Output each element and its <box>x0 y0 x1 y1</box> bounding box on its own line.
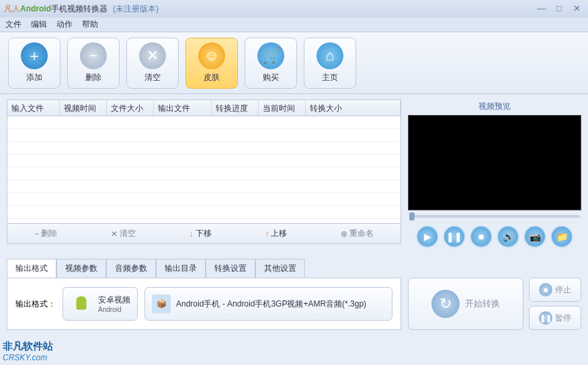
tab-other-settings[interactable]: 其他设置 <box>255 259 305 278</box>
table-row <box>7 206 401 218</box>
title-rest: 手机视频转换器 <box>51 3 108 15</box>
video-preview[interactable] <box>408 115 581 210</box>
col-file-size[interactable]: 文件大小 <box>107 100 154 116</box>
open-button[interactable]: 📁 <box>550 225 573 248</box>
col-input-file[interactable]: 输入文件 <box>7 100 60 116</box>
list-down-button[interactable]: ↓下移 <box>190 228 212 239</box>
pause-button[interactable]: ❚❚ <box>443 225 466 248</box>
toolbar: ＋添加 −删除 ✕清空 ☺皮肤 🛒购买 ⌂主页 <box>0 32 588 94</box>
seek-slider[interactable] <box>408 210 581 222</box>
pause-convert-button[interactable]: ❚❚暂停 <box>529 306 581 330</box>
slider-thumb[interactable] <box>409 212 415 220</box>
tab-output-format[interactable]: 输出格式 <box>7 259 56 278</box>
list-up-button[interactable]: ↑上移 <box>265 228 287 239</box>
play-button[interactable]: ▶ <box>416 225 439 248</box>
plus-icon: ＋ <box>21 42 48 69</box>
col-progress[interactable]: 转换进度 <box>212 100 259 116</box>
pause-icon: ❚❚ <box>539 311 552 325</box>
list-delete-button[interactable]: −删除 <box>34 228 57 239</box>
table-row <box>7 116 401 129</box>
tab-video-params[interactable]: 视频参数 <box>56 259 106 278</box>
col-current-time[interactable]: 当前时间 <box>259 100 306 116</box>
table-row <box>7 180 401 193</box>
add-button[interactable]: ＋添加 <box>8 38 60 89</box>
title-brand: 凡人 <box>4 3 20 15</box>
table-row <box>7 193 401 206</box>
buy-button[interactable]: 🛒购买 <box>245 38 297 89</box>
menubar: 文件 编辑 动作 帮助 <box>0 17 588 32</box>
cart-icon: 🛒 <box>257 42 284 69</box>
pause-icon: ❚❚ <box>446 231 462 242</box>
skin-button[interactable]: ☺皮肤 <box>185 38 238 89</box>
tab-convert-settings[interactable]: 转换设置 <box>206 259 255 278</box>
stop-icon: ■ <box>539 283 552 296</box>
delete-button[interactable]: −删除 <box>67 38 120 89</box>
table-body[interactable] <box>7 116 401 223</box>
close-button[interactable]: ✕ <box>569 3 584 13</box>
rename-icon: ⊕ <box>341 229 347 239</box>
android-icon <box>70 292 93 315</box>
file-table: 输入文件 视频时间 文件大小 输出文件 转换进度 当前时间 转换大小 <box>7 99 401 224</box>
col-video-time[interactable]: 视频时间 <box>60 100 107 116</box>
list-clear-button[interactable]: ✕清空 <box>111 228 136 239</box>
menu-action[interactable]: 动作 <box>56 19 73 30</box>
volume-button[interactable]: 🔊 <box>497 225 519 248</box>
table-header: 输入文件 视频时间 文件大小 输出文件 转换进度 当前时间 转换大小 <box>7 100 401 116</box>
clear-button[interactable]: ✕清空 <box>126 38 179 89</box>
menu-help[interactable]: 帮助 <box>82 19 98 30</box>
minus-icon: − <box>34 229 39 239</box>
title-android: Android <box>20 4 51 13</box>
play-icon: ▶ <box>424 231 431 242</box>
maximize-button[interactable]: □ <box>552 3 566 13</box>
title-registration: (未注册版本) <box>113 3 159 15</box>
smile-icon: ☺ <box>198 42 225 69</box>
format-select[interactable]: 📦 Android手机 - Android手机3GP视频+AMR音频(*.3gp… <box>144 287 392 321</box>
table-row <box>7 142 401 155</box>
list-rename-button[interactable]: ⊕重命名 <box>341 228 374 239</box>
minus-icon: − <box>80 42 107 69</box>
box-icon: 📦 <box>152 294 171 313</box>
platform-select[interactable]: 安卓视频Android <box>62 287 138 321</box>
down-arrow-icon: ↓ <box>190 229 194 239</box>
folder-icon: 📁 <box>556 231 568 242</box>
minimize-button[interactable]: — <box>534 3 549 13</box>
output-format-label: 输出格式： <box>15 298 56 310</box>
table-row <box>7 167 401 180</box>
col-output-file[interactable]: 输出文件 <box>154 100 212 116</box>
stop-icon: ■ <box>478 231 484 242</box>
x-icon: ✕ <box>111 229 118 239</box>
up-arrow-icon: ↑ <box>265 229 269 239</box>
watermark: 非凡软件站 CRSKY.com <box>3 340 53 362</box>
list-actions: −删除 ✕清空 ↓下移 ↑上移 ⊕重命名 <box>7 224 401 244</box>
titlebar: 凡人Android手机视频转换器 (未注册版本) — □ ✕ <box>0 0 588 17</box>
refresh-icon: ↻ <box>431 290 460 318</box>
table-row <box>7 129 401 142</box>
table-row <box>7 155 401 167</box>
snapshot-button[interactable]: 📷 <box>523 225 546 248</box>
menu-file[interactable]: 文件 <box>5 19 22 30</box>
playback-controls: ▶ ❚❚ ■ 🔊 📷 📁 <box>408 222 581 251</box>
home-icon: ⌂ <box>317 42 343 69</box>
preview-title: 视频预览 <box>408 99 581 115</box>
start-convert-button[interactable]: ↻ 开始转换 <box>408 278 523 330</box>
camera-icon: 📷 <box>530 231 541 242</box>
speaker-icon: 🔊 <box>503 231 514 242</box>
tab-output-dir[interactable]: 输出目录 <box>156 259 206 278</box>
stop-convert-button[interactable]: ■停止 <box>529 278 581 302</box>
menu-edit[interactable]: 编辑 <box>31 19 47 30</box>
stop-button[interactable]: ■ <box>470 225 493 248</box>
col-convert-size[interactable]: 转换大小 <box>306 100 401 116</box>
output-settings-panel: 输出格式： 安卓视频Android 📦 Android手机 - Android手… <box>7 278 401 330</box>
tab-audio-params[interactable]: 音频参数 <box>106 259 156 278</box>
settings-tabs: 输出格式 视频参数 音频参数 输出目录 转换设置 其他设置 <box>0 253 588 278</box>
x-icon: ✕ <box>139 42 166 69</box>
home-button[interactable]: ⌂主页 <box>304 38 356 89</box>
